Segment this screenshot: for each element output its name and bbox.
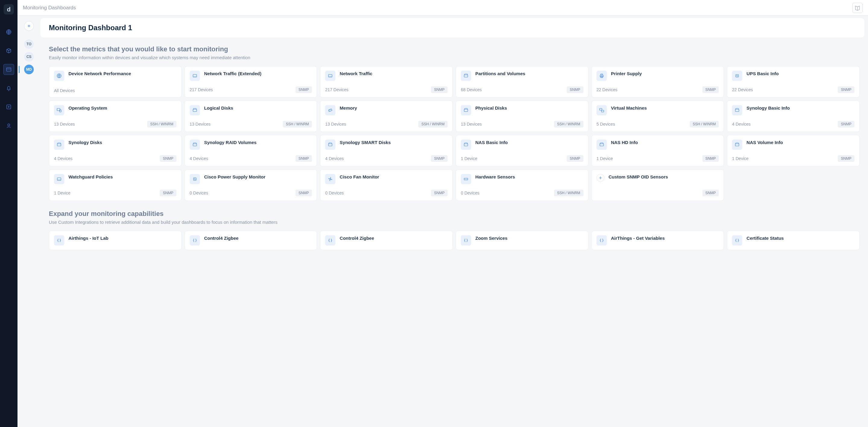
metric-card[interactable]: Synology Basic Info4 DevicesSNMP	[727, 101, 860, 132]
integration-icon	[461, 235, 471, 246]
nav-globe[interactable]	[3, 27, 14, 37]
metric-device-count: 0 Devices	[325, 191, 343, 195]
metric-icon	[325, 71, 335, 81]
metric-icon	[732, 105, 742, 115]
dashboard-pill[interactable]: TO	[24, 39, 34, 49]
integration-title: Airthings - IoT Lab	[68, 235, 108, 241]
metric-card[interactable]: Cisco Power Supply Monitor0 DevicesSNMP	[185, 169, 317, 201]
metric-card[interactable]: Device Network PerformanceAll Devices	[49, 66, 182, 97]
metric-device-count: 0 Devices	[461, 191, 479, 195]
metric-card[interactable]: Watchguard Policies1 DeviceSNMP	[49, 169, 182, 201]
metric-icon	[461, 105, 471, 115]
integration-card[interactable]: Certificate Status	[727, 231, 860, 250]
content-scroll[interactable]: Monitoring Dashboard 1 Select the metric…	[40, 16, 868, 427]
metric-card[interactable]: Custom SNMP OID SensorsSNMP	[591, 169, 724, 201]
metric-protocol-tag: SSH / WINRM	[554, 190, 583, 196]
vm-icon	[599, 108, 604, 113]
metric-title: Physical Disks	[475, 105, 507, 111]
metric-card[interactable]: Memory13 DevicesSSH / WINRM	[320, 101, 453, 132]
topbar: Monitoring Dashboards	[18, 0, 868, 16]
metric-card[interactable]: Physical Disks13 DevicesSSH / WINRM	[456, 101, 588, 132]
metric-icon	[596, 71, 607, 81]
metric-device-count: 5 Devices	[596, 122, 615, 126]
integration-card[interactable]: Zoom Services	[456, 231, 588, 250]
metric-protocol-tag: SSH / WINRM	[554, 121, 583, 127]
metric-device-count: 68 Devices	[461, 87, 482, 92]
integration-card[interactable]: Control4 Zigbee	[185, 231, 317, 250]
metric-title: Partitions and Volumes	[475, 71, 525, 77]
section-metrics-sub: Easily monitor information within device…	[49, 55, 860, 60]
metric-card[interactable]: Synology Disks4 DevicesSNMP	[49, 135, 182, 166]
metric-device-count: 1 Device	[596, 156, 613, 161]
metric-device-count: 13 Devices	[54, 122, 75, 126]
metric-device-count: 1 Device	[461, 156, 477, 161]
metric-title: Virtual Machines	[611, 105, 647, 111]
metric-card[interactable]: Virtual Machines5 DevicesSSH / WINRM	[591, 101, 724, 132]
dashboard-pill-bar: TOCSMD	[18, 16, 40, 427]
integration-card[interactable]: Airthings - IoT Lab	[49, 231, 182, 250]
metric-card[interactable]: NAS Volume Info1 DeviceSNMP	[727, 135, 860, 166]
metric-protocol-tag: SNMP	[838, 121, 855, 127]
metric-card[interactable]: Network Traffic (Extended)217 DevicesSNM…	[185, 66, 317, 97]
metric-card[interactable]: Partitions and Volumes68 DevicesSNMP	[456, 66, 588, 97]
metric-device-count: 4 Devices	[732, 122, 750, 126]
metric-device-count: 0 Devices	[190, 191, 208, 195]
metric-title: NAS HD Info	[611, 140, 638, 146]
braces-icon	[328, 238, 333, 243]
integration-card[interactable]: AirThings - Get Variables	[591, 231, 724, 250]
ethernet-icon	[56, 176, 62, 182]
metric-card[interactable]: Cisco Fan Monitor0 DevicesSNMP	[320, 169, 453, 201]
metric-icon	[732, 140, 742, 150]
nav-cube[interactable]	[3, 45, 14, 56]
metric-title: Synology Disks	[68, 140, 102, 146]
metric-icon	[190, 174, 200, 184]
metric-protocol-tag: SSH / WINRM	[690, 121, 719, 127]
metric-title: Cisco Fan Monitor	[340, 174, 379, 180]
metric-card[interactable]: Synology SMART Disks4 DevicesSNMP	[320, 135, 453, 166]
dashboard-pill[interactable]: MD	[24, 65, 34, 74]
metric-card[interactable]: Logical Disks13 DevicesSSH / WINRM	[185, 101, 317, 132]
integration-card[interactable]: Control4 Zigbee	[320, 231, 453, 250]
nav-bell[interactable]	[3, 83, 14, 94]
ethernet-icon	[328, 73, 333, 79]
section-expand-header: Expand your monitoring capabilities Use …	[40, 202, 868, 227]
add-dashboard-button[interactable]	[24, 21, 34, 31]
integration-title: Certificate Status	[746, 235, 783, 241]
metric-protocol-tag: SNMP	[160, 155, 177, 162]
metric-icon	[190, 140, 200, 150]
metric-title: Logical Disks	[204, 105, 234, 111]
metric-device-count: All Devices	[54, 88, 75, 93]
metric-card[interactable]: Printer Supply22 DevicesSNMP	[591, 66, 724, 97]
metric-icon	[732, 71, 742, 81]
metric-title: Device Network Performance	[68, 71, 131, 77]
nav-user[interactable]	[3, 120, 14, 131]
integration-title: AirThings - Get Variables	[611, 235, 665, 241]
nav-dashboard[interactable]	[3, 64, 14, 75]
metric-icon	[54, 105, 64, 115]
metric-protocol-tag: SNMP	[431, 86, 447, 93]
braces-icon	[599, 238, 604, 243]
metric-card[interactable]: NAS HD Info1 DeviceSNMP	[591, 135, 724, 166]
dashboard-pill[interactable]: CS	[24, 52, 34, 62]
metric-device-count: 4 Devices	[325, 156, 343, 161]
metric-card[interactable]: UPS Basic Info22 DevicesSNMP	[727, 66, 860, 97]
metrics-grid: Device Network PerformanceAll DevicesNet…	[40, 62, 868, 202]
metric-protocol-tag: SNMP	[838, 86, 855, 93]
metric-card[interactable]: Network Traffic217 DevicesSNMP	[320, 66, 453, 97]
docs-button[interactable]	[852, 3, 863, 13]
metric-card[interactable]: NAS Basic Info1 DeviceSNMP	[456, 135, 588, 166]
metric-protocol-tag: SNMP	[567, 155, 583, 162]
nav-import[interactable]	[3, 102, 14, 112]
metric-card[interactable]: Hardware Sensors0 DevicesSSH / WINRM	[456, 169, 588, 201]
braces-icon	[734, 238, 740, 243]
metric-protocol-tag: SSH / WINRM	[147, 121, 177, 127]
metric-icon	[461, 174, 471, 184]
metric-icon	[596, 140, 607, 150]
metric-device-count: 217 Devices	[325, 87, 348, 92]
hdd-icon	[463, 142, 469, 147]
metric-title: Hardware Sensors	[475, 174, 515, 180]
metric-card[interactable]: Synology RAID Volumes4 DevicesSNMP	[185, 135, 317, 166]
page-title: Monitoring Dashboard 1	[49, 24, 856, 32]
metric-protocol-tag: SNMP	[703, 190, 719, 196]
metric-card[interactable]: Operating System13 DevicesSSH / WINRM	[49, 101, 182, 132]
